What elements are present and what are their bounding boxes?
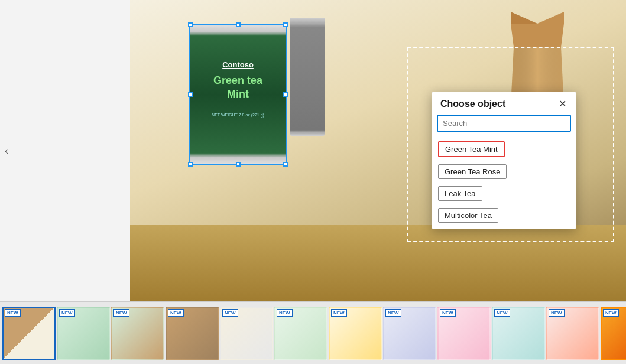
thumbnail-8[interactable]: NEW <box>437 307 491 360</box>
dialog-item-2[interactable]: Leak Tea <box>432 183 576 204</box>
new-badge-4: NEW <box>222 309 238 317</box>
main-area: ‹ Contoso Green teaMint NET WEIGHT 7.8 o… <box>0 0 626 301</box>
canvas-area: Contoso Green teaMint NET WEIGHT 7.8 oz … <box>130 0 626 301</box>
new-badge-7: NEW <box>385 309 401 317</box>
handle-right-mid[interactable] <box>283 92 288 97</box>
can-weight: NET WEIGHT 7.8 oz (221 g) <box>212 113 264 117</box>
dialog-item-3[interactable]: Multicolor Tea <box>432 204 576 226</box>
new-badge-3: NEW <box>168 309 184 317</box>
svg-marker-3 <box>511 12 537 24</box>
thumbnail-0[interactable]: NEW <box>2 307 56 360</box>
sidebar-prev-arrow[interactable]: ‹ <box>5 145 8 157</box>
new-badge-8: NEW <box>440 309 456 317</box>
new-badge-5: NEW <box>277 309 293 317</box>
handle-bottom-mid[interactable] <box>236 162 241 167</box>
new-badge-9: NEW <box>494 309 510 317</box>
can-brand: Contoso <box>222 60 254 69</box>
new-badge-10: NEW <box>549 309 565 317</box>
dialog-item-btn-2[interactable]: Leak Tea <box>438 186 482 201</box>
thumbnails-strip: NEW NEW NEW NEW NEW NEW NEW NEW NEW NEW … <box>0 301 626 364</box>
dialog-item-btn-1[interactable]: Green Tea Rose <box>438 164 507 179</box>
handle-bottom-right[interactable] <box>283 162 288 167</box>
can-product-name: Green teaMint <box>213 74 262 102</box>
new-badge-6: NEW <box>331 309 347 317</box>
dialog-title: Choose object <box>440 99 505 109</box>
can-visual: Contoso Green teaMint NET WEIGHT 7.8 oz … <box>190 25 286 164</box>
svg-marker-2 <box>511 24 564 47</box>
thumbnail-4[interactable]: NEW <box>220 307 273 360</box>
svg-marker-4 <box>537 12 564 24</box>
thumbnail-2[interactable]: NEW <box>111 307 164 360</box>
left-sidebar: ‹ <box>0 0 130 301</box>
handle-top-right[interactable] <box>283 22 288 27</box>
dialog-items-list: Green Tea Mint Green Tea Rose Leak Tea M… <box>432 135 576 229</box>
second-can <box>290 18 325 136</box>
dialog-item-btn-0[interactable]: Green Tea Mint <box>438 141 505 157</box>
table-surface <box>130 225 626 301</box>
dialog-search-input[interactable] <box>437 115 571 132</box>
dialog-search-wrap <box>432 115 576 135</box>
dialog-item-1[interactable]: Green Tea Rose <box>432 161 576 183</box>
handle-left-mid[interactable] <box>188 92 193 97</box>
new-badge-2: NEW <box>113 309 129 317</box>
choose-object-dialog: Choose object ✕ Green Tea Mint Green Tea… <box>432 92 576 229</box>
thumbnail-3[interactable]: NEW <box>166 307 219 360</box>
thumbnail-10[interactable]: NEW <box>546 307 599 360</box>
new-badge-11: NEW <box>603 309 619 317</box>
thumbnail-11[interactable]: NEW <box>601 307 626 360</box>
new-badge-0: NEW <box>5 309 21 317</box>
dialog-close-button[interactable]: ✕ <box>556 98 569 110</box>
thumbnail-5[interactable]: NEW <box>274 307 327 360</box>
thumbnail-7[interactable]: NEW <box>383 307 436 360</box>
new-badge-1: NEW <box>59 309 75 317</box>
dialog-item-0[interactable]: Green Tea Mint <box>432 138 576 161</box>
handle-top-left[interactable] <box>188 22 193 27</box>
thumbnail-1[interactable]: NEW <box>57 307 110 360</box>
handle-top-mid[interactable] <box>236 22 241 27</box>
handle-bottom-left[interactable] <box>188 162 193 167</box>
product-can[interactable]: Contoso Green teaMint NET WEIGHT 7.8 oz … <box>189 24 287 165</box>
thumbnail-9[interactable]: NEW <box>492 307 545 360</box>
dialog-header: Choose object ✕ <box>432 92 576 115</box>
thumbnail-6[interactable]: NEW <box>329 307 382 360</box>
dialog-item-btn-3[interactable]: Multicolor Tea <box>438 208 498 223</box>
